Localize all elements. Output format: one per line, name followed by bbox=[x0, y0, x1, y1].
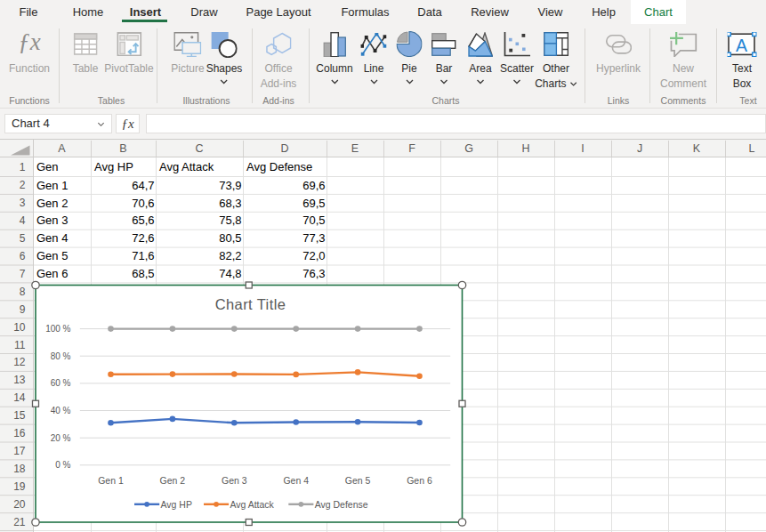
svg-text:73,9: 73,9 bbox=[219, 179, 241, 192]
svg-text:70,6: 70,6 bbox=[132, 197, 154, 210]
svg-text:40 %: 40 % bbox=[51, 406, 71, 415]
svg-text:ƒx: ƒx bbox=[18, 32, 41, 55]
svg-text:69,5: 69,5 bbox=[302, 197, 325, 210]
svg-text:H: H bbox=[521, 142, 529, 155]
svg-text:75,8: 75,8 bbox=[219, 214, 241, 227]
svg-text:80 %: 80 % bbox=[51, 351, 71, 361]
svg-text:17: 17 bbox=[13, 445, 26, 457]
svg-text:68,5: 68,5 bbox=[132, 267, 154, 280]
svg-text:20 %: 20 % bbox=[51, 433, 71, 443]
svg-text:12: 12 bbox=[13, 356, 26, 368]
svg-text:Chart Title: Chart Title bbox=[215, 296, 286, 312]
svg-text:82,2: 82,2 bbox=[219, 249, 241, 262]
svg-text:13: 13 bbox=[13, 374, 26, 386]
svg-text:100 %: 100 % bbox=[45, 324, 70, 334]
svg-text:Gen 2: Gen 2 bbox=[160, 475, 186, 486]
svg-text:60 %: 60 % bbox=[51, 378, 71, 388]
svg-text:8: 8 bbox=[20, 286, 26, 298]
svg-text:9: 9 bbox=[20, 303, 26, 316]
svg-text:L: L bbox=[749, 142, 755, 155]
svg-text:15: 15 bbox=[13, 409, 26, 422]
svg-text:21: 21 bbox=[13, 516, 26, 528]
svg-text:I: I bbox=[581, 142, 584, 155]
svg-text:77,3: 77,3 bbox=[302, 231, 325, 245]
svg-text:K: K bbox=[693, 142, 701, 155]
svg-text:Gen 2: Gen 2 bbox=[36, 197, 68, 210]
svg-text:1: 1 bbox=[20, 161, 26, 173]
svg-text:Gen 3: Gen 3 bbox=[36, 214, 68, 227]
svg-text:Avg Attack: Avg Attack bbox=[230, 499, 274, 510]
svg-text:65,6: 65,6 bbox=[132, 214, 154, 227]
svg-text:C: C bbox=[195, 142, 203, 155]
svg-text:64,7: 64,7 bbox=[132, 179, 154, 192]
svg-text:72,6: 72,6 bbox=[132, 231, 154, 245]
svg-text:19: 19 bbox=[13, 480, 26, 493]
svg-text:11: 11 bbox=[14, 339, 26, 351]
svg-text:Avg Defense: Avg Defense bbox=[315, 499, 368, 510]
svg-text:18: 18 bbox=[13, 463, 26, 475]
svg-text:74,8: 74,8 bbox=[219, 267, 241, 280]
svg-text:68,3: 68,3 bbox=[219, 197, 241, 210]
svg-text:4: 4 bbox=[20, 214, 26, 227]
svg-text:6: 6 bbox=[20, 250, 26, 262]
svg-text:7: 7 bbox=[20, 268, 26, 280]
svg-text:Gen 1: Gen 1 bbox=[36, 179, 68, 192]
svg-text:10: 10 bbox=[13, 321, 26, 334]
svg-text:Gen 3: Gen 3 bbox=[222, 475, 247, 486]
svg-text:Avg HP: Avg HP bbox=[161, 499, 192, 510]
svg-text:14: 14 bbox=[13, 391, 26, 404]
svg-text:A: A bbox=[736, 35, 747, 54]
svg-text:Gen 4: Gen 4 bbox=[283, 475, 309, 486]
svg-text:Gen 1: Gen 1 bbox=[98, 475, 124, 486]
svg-text:Gen 4: Gen 4 bbox=[36, 231, 68, 245]
svg-text:80,5: 80,5 bbox=[219, 231, 241, 245]
svg-text:E: E bbox=[351, 142, 359, 155]
svg-text:D: D bbox=[280, 142, 288, 155]
svg-text:0 %: 0 % bbox=[55, 460, 70, 470]
svg-text:Gen: Gen bbox=[36, 160, 59, 173]
svg-text:3: 3 bbox=[20, 197, 26, 209]
svg-text:A: A bbox=[58, 142, 66, 155]
svg-text:76,3: 76,3 bbox=[302, 267, 325, 280]
svg-text:5: 5 bbox=[20, 232, 26, 245]
svg-text:Gen 6: Gen 6 bbox=[407, 475, 432, 486]
svg-text:69,6: 69,6 bbox=[302, 179, 325, 192]
svg-text:Gen 5: Gen 5 bbox=[345, 475, 371, 486]
svg-text:70,5: 70,5 bbox=[302, 214, 325, 227]
svg-text:72,0: 72,0 bbox=[302, 249, 325, 262]
svg-text:2: 2 bbox=[20, 179, 26, 191]
svg-text:71,6: 71,6 bbox=[132, 249, 154, 262]
svg-text:20: 20 bbox=[13, 498, 26, 511]
svg-text:Gen 6: Gen 6 bbox=[36, 267, 68, 280]
svg-text:F: F bbox=[408, 142, 415, 155]
svg-text:16: 16 bbox=[13, 427, 26, 439]
svg-text:Avg HP: Avg HP bbox=[94, 160, 133, 173]
svg-text:G: G bbox=[464, 142, 473, 155]
svg-text:B: B bbox=[119, 142, 126, 155]
svg-text:Avg Attack: Avg Attack bbox=[159, 160, 214, 173]
svg-text:Gen 5: Gen 5 bbox=[36, 249, 68, 262]
svg-text:Avg Defense: Avg Defense bbox=[246, 160, 312, 173]
svg-text:J: J bbox=[637, 142, 642, 155]
